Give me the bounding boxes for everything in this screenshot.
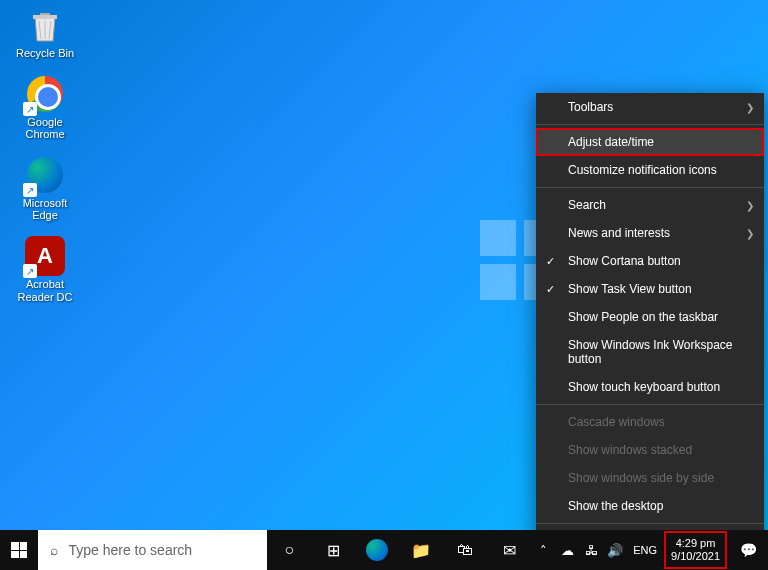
recycle-bin-icon: [25, 5, 65, 45]
store-icon: 🛍: [457, 541, 473, 559]
search-placeholder: Type here to search: [68, 542, 192, 558]
search-input[interactable]: ⌕ Type here to search: [38, 530, 267, 570]
menu-show-ink[interactable]: Show Windows Ink Workspace button: [536, 331, 764, 373]
acrobat-icon: A ↗: [25, 236, 65, 276]
notification-icon: 💬: [740, 542, 757, 558]
chevron-right-icon: ❯: [746, 102, 754, 113]
menu-show-people[interactable]: Show People on the taskbar: [536, 303, 764, 331]
check-icon: ✓: [546, 255, 555, 268]
date-label: 9/10/2021: [671, 550, 720, 563]
desktop[interactable]: Recycle Bin ↗ Google Chrome ↗ Microsoft …: [0, 0, 768, 530]
shortcut-arrow-icon: ↗: [23, 183, 37, 197]
taskbar[interactable]: ⌕ Type here to search ○ ⊞ 📁 🛍 ✉ ˄ ☁ 🖧 🔊 …: [0, 530, 768, 570]
menu-label: Search: [568, 198, 606, 212]
menu-label: Adjust date/time: [568, 135, 654, 149]
taskview-icon: ⊞: [327, 541, 340, 560]
check-icon: ✓: [546, 283, 555, 296]
menu-search[interactable]: Search ❯: [536, 191, 764, 219]
taskbar-context-menu: Toolbars ❯ Adjust date/time Customize no…: [536, 93, 764, 570]
edge-icon: [366, 539, 388, 561]
menu-separator: [536, 124, 764, 125]
store-taskbar[interactable]: 🛍: [443, 530, 487, 570]
pinned-apps: ○ ⊞ 📁 🛍 ✉: [267, 530, 531, 570]
chevron-right-icon: ❯: [746, 200, 754, 211]
mail-icon: ✉: [503, 541, 516, 560]
menu-label: Show Cortana button: [568, 254, 681, 268]
google-chrome[interactable]: ↗ Google Chrome: [10, 74, 80, 140]
shortcut-arrow-icon: ↗: [23, 102, 37, 116]
desktop-icon-label: Google Chrome: [10, 116, 80, 140]
menu-label: Show windows stacked: [568, 443, 692, 457]
desktop-icon-label: Recycle Bin: [16, 47, 74, 59]
chevron-right-icon: ❯: [746, 228, 754, 239]
menu-cascade: Cascade windows: [536, 408, 764, 436]
action-center-button[interactable]: 💬: [728, 530, 768, 570]
menu-separator: [536, 404, 764, 405]
menu-show-cortana[interactable]: ✓ Show Cortana button: [536, 247, 764, 275]
clock[interactable]: 4:29 pm 9/10/2021: [663, 530, 728, 570]
speaker-icon: 🔊: [607, 543, 623, 558]
edge-icon: ↗: [25, 155, 65, 195]
acrobat-reader[interactable]: A ↗ Acrobat Reader DC: [10, 236, 80, 302]
menu-label: Customize notification icons: [568, 163, 717, 177]
start-button[interactable]: [0, 530, 38, 570]
mail-taskbar[interactable]: ✉: [487, 530, 531, 570]
menu-label: Toolbars: [568, 100, 613, 114]
cloud-icon: ☁: [561, 543, 574, 558]
tray-volume[interactable]: 🔊: [603, 530, 627, 570]
folder-icon: 📁: [411, 541, 431, 560]
windows-icon: [11, 542, 27, 558]
menu-separator: [536, 523, 764, 524]
recycle-bin[interactable]: Recycle Bin: [10, 5, 80, 59]
tray-onedrive[interactable]: ☁: [555, 530, 579, 570]
menu-toolbars[interactable]: Toolbars ❯: [536, 93, 764, 121]
menu-customize-notifications[interactable]: Customize notification icons: [536, 156, 764, 184]
wifi-icon: 🖧: [585, 543, 598, 558]
system-tray: ˄ ☁ 🖧 🔊 ENG 4:29 pm 9/10/2021 💬: [531, 530, 768, 570]
menu-show-touch-kb[interactable]: Show touch keyboard button: [536, 373, 764, 401]
menu-side-by-side: Show windows side by side: [536, 464, 764, 492]
time-label: 4:29 pm: [671, 537, 720, 550]
menu-show-taskview[interactable]: ✓ Show Task View button: [536, 275, 764, 303]
tray-network[interactable]: 🖧: [579, 530, 603, 570]
menu-label: Show Task View button: [568, 282, 692, 296]
microsoft-edge[interactable]: ↗ Microsoft Edge: [10, 155, 80, 221]
search-icon: ⌕: [50, 542, 58, 558]
lang-label: ENG: [633, 544, 657, 556]
circle-icon: ○: [284, 541, 294, 559]
menu-label: Show People on the taskbar: [568, 310, 718, 324]
menu-label: Show windows side by side: [568, 471, 714, 485]
desktop-icons-column: Recycle Bin ↗ Google Chrome ↗ Microsoft …: [10, 5, 80, 303]
desktop-icon-label: Microsoft Edge: [10, 197, 80, 221]
tray-overflow[interactable]: ˄: [531, 530, 555, 570]
menu-label: News and interests: [568, 226, 670, 240]
menu-adjust-datetime[interactable]: Adjust date/time: [536, 128, 764, 156]
menu-news-interests[interactable]: News and interests ❯: [536, 219, 764, 247]
desktop-icon-label: Acrobat Reader DC: [10, 278, 80, 302]
shortcut-arrow-icon: ↗: [23, 264, 37, 278]
menu-label: Show the desktop: [568, 499, 663, 513]
menu-show-desktop[interactable]: Show the desktop: [536, 492, 764, 520]
menu-label: Cascade windows: [568, 415, 665, 429]
edge-taskbar[interactable]: [355, 530, 399, 570]
menu-label: Show touch keyboard button: [568, 380, 720, 394]
menu-separator: [536, 187, 764, 188]
menu-label: Show Windows Ink Workspace button: [568, 338, 752, 366]
file-explorer-taskbar[interactable]: 📁: [399, 530, 443, 570]
task-view-button[interactable]: ⊞: [311, 530, 355, 570]
menu-stacked: Show windows stacked: [536, 436, 764, 464]
chevron-up-icon: ˄: [540, 543, 547, 558]
cortana-button[interactable]: ○: [267, 530, 311, 570]
language-indicator[interactable]: ENG: [627, 530, 663, 570]
chrome-icon: ↗: [25, 74, 65, 114]
